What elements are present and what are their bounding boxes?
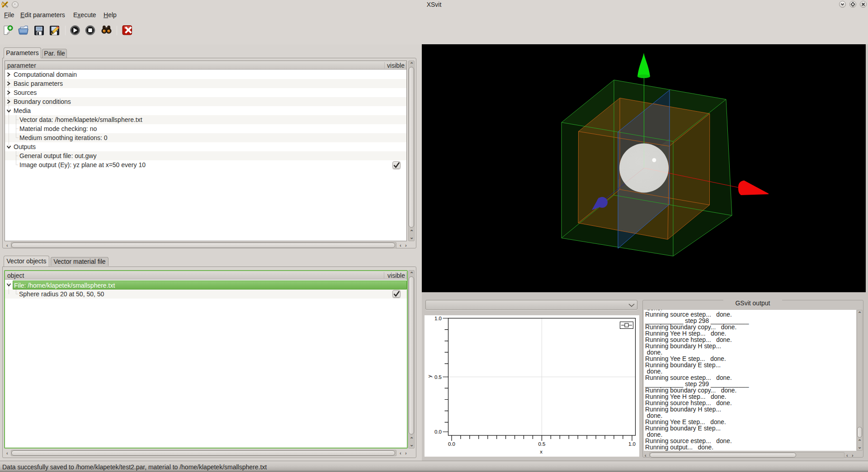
svg-text:1.0: 1.0 <box>434 316 442 321</box>
svg-text:x: x <box>540 449 542 454</box>
svg-text:0.5: 0.5 <box>434 374 442 380</box>
svg-text:y: y <box>427 375 432 378</box>
svg-text:0.0: 0.0 <box>448 441 455 447</box>
svg-text:0.5: 0.5 <box>538 441 546 447</box>
svg-text:0.0: 0.0 <box>434 429 442 435</box>
svg-text:1.0: 1.0 <box>628 441 636 447</box>
